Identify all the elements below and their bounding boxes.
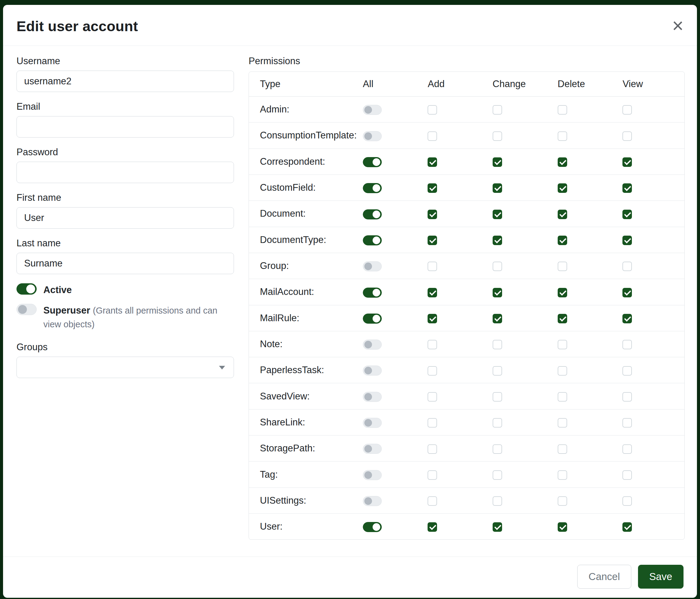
permission-delete-checkbox[interactable] xyxy=(558,340,567,349)
password-input[interactable] xyxy=(17,162,234,183)
username-label: Username xyxy=(17,56,234,67)
permission-delete-checkbox[interactable] xyxy=(558,131,567,141)
permission-all-toggle[interactable] xyxy=(363,131,382,141)
permission-view-checkbox[interactable] xyxy=(622,314,632,324)
permission-change-checkbox[interactable] xyxy=(493,522,502,532)
permission-add-checkbox[interactable] xyxy=(428,210,437,219)
permission-delete-checkbox[interactable] xyxy=(558,105,567,115)
permission-delete-checkbox[interactable] xyxy=(558,314,567,324)
permission-delete-checkbox[interactable] xyxy=(558,366,567,376)
permission-view-checkbox[interactable] xyxy=(622,522,632,532)
permission-all-toggle[interactable] xyxy=(363,157,382,167)
permission-change-checkbox[interactable] xyxy=(493,314,502,324)
permission-delete-checkbox[interactable] xyxy=(558,158,567,167)
permission-all-toggle[interactable] xyxy=(363,392,382,402)
permission-change-checkbox[interactable] xyxy=(493,366,502,376)
permission-change-checkbox[interactable] xyxy=(493,288,502,297)
cancel-button[interactable]: Cancel xyxy=(577,565,631,589)
permission-change-checkbox[interactable] xyxy=(493,262,502,271)
permission-delete-checkbox[interactable] xyxy=(558,496,567,506)
permission-add-checkbox[interactable] xyxy=(428,366,437,376)
permission-delete-checkbox[interactable] xyxy=(558,183,567,193)
permission-all-toggle[interactable] xyxy=(363,235,382,245)
permission-add-checkbox[interactable] xyxy=(428,392,437,402)
permission-all-toggle[interactable] xyxy=(363,496,382,506)
permission-change-checkbox[interactable] xyxy=(493,183,502,193)
permission-change-checkbox[interactable] xyxy=(493,392,502,402)
superuser-row: Superuser (Grants all permissions and ca… xyxy=(17,304,234,331)
permission-view-checkbox[interactable] xyxy=(622,158,632,167)
permission-add-checkbox[interactable] xyxy=(428,496,437,506)
last-name-input[interactable] xyxy=(17,253,234,274)
permission-view-checkbox[interactable] xyxy=(622,445,632,454)
permission-change-checkbox[interactable] xyxy=(493,470,502,480)
permission-all-toggle[interactable] xyxy=(363,261,382,271)
email-input[interactable] xyxy=(17,116,234,138)
permission-row: SavedView: xyxy=(249,383,684,409)
permission-all-toggle[interactable] xyxy=(363,209,382,219)
permission-all-toggle[interactable] xyxy=(363,183,382,193)
permission-all-toggle[interactable] xyxy=(363,418,382,428)
permission-view-checkbox[interactable] xyxy=(622,288,632,297)
permission-view-checkbox[interactable] xyxy=(622,366,632,376)
permission-view-checkbox[interactable] xyxy=(622,105,632,115)
permission-view-checkbox[interactable] xyxy=(622,392,632,402)
permission-delete-checkbox[interactable] xyxy=(558,210,567,219)
permission-add-checkbox[interactable] xyxy=(428,105,437,115)
permission-change-checkbox[interactable] xyxy=(493,105,502,115)
permission-view-checkbox[interactable] xyxy=(622,340,632,349)
permission-view-checkbox[interactable] xyxy=(622,262,632,271)
permission-all-toggle[interactable] xyxy=(363,365,382,376)
permission-view-checkbox[interactable] xyxy=(622,210,632,219)
superuser-toggle[interactable] xyxy=(17,304,36,315)
permission-view-checkbox[interactable] xyxy=(622,131,632,141)
permission-add-checkbox[interactable] xyxy=(428,445,437,454)
permission-all-toggle[interactable] xyxy=(363,339,382,350)
permission-change-checkbox[interactable] xyxy=(493,236,502,245)
permission-add-checkbox[interactable] xyxy=(428,131,437,141)
permission-add-checkbox[interactable] xyxy=(428,314,437,324)
permission-change-checkbox[interactable] xyxy=(493,131,502,141)
permission-change-checkbox[interactable] xyxy=(493,158,502,167)
username-input[interactable] xyxy=(17,71,234,92)
permission-change-checkbox[interactable] xyxy=(493,496,502,506)
permission-add-checkbox[interactable] xyxy=(428,470,437,480)
permission-add-checkbox[interactable] xyxy=(428,288,437,297)
permission-view-checkbox[interactable] xyxy=(622,183,632,193)
permission-add-checkbox[interactable] xyxy=(428,340,437,349)
permission-delete-checkbox[interactable] xyxy=(558,262,567,271)
permission-all-toggle[interactable] xyxy=(363,444,382,454)
permission-change-checkbox[interactable] xyxy=(493,418,502,428)
permission-delete-checkbox[interactable] xyxy=(558,392,567,402)
permission-all-toggle[interactable] xyxy=(363,105,382,115)
permission-add-checkbox[interactable] xyxy=(428,262,437,271)
permission-delete-checkbox[interactable] xyxy=(558,470,567,480)
permission-change-checkbox[interactable] xyxy=(493,340,502,349)
permission-all-toggle[interactable] xyxy=(363,314,382,324)
permission-view-checkbox[interactable] xyxy=(622,496,632,506)
permission-delete-checkbox[interactable] xyxy=(558,418,567,428)
permission-delete-checkbox[interactable] xyxy=(558,288,567,297)
groups-field: Groups xyxy=(17,342,234,378)
groups-select[interactable] xyxy=(17,357,234,378)
permission-add-checkbox[interactable] xyxy=(428,158,437,167)
save-button[interactable]: Save xyxy=(638,565,683,589)
permission-view-checkbox[interactable] xyxy=(622,236,632,245)
permission-view-checkbox[interactable] xyxy=(622,470,632,480)
permission-view-checkbox[interactable] xyxy=(622,418,632,428)
permission-add-checkbox[interactable] xyxy=(428,522,437,532)
permission-all-toggle[interactable] xyxy=(363,288,382,298)
permission-all-toggle[interactable] xyxy=(363,522,382,532)
permission-add-checkbox[interactable] xyxy=(428,183,437,193)
permission-all-toggle[interactable] xyxy=(363,470,382,480)
active-toggle[interactable] xyxy=(17,283,36,295)
permission-delete-checkbox[interactable] xyxy=(558,236,567,245)
permission-delete-checkbox[interactable] xyxy=(558,445,567,454)
permission-change-checkbox[interactable] xyxy=(493,445,502,454)
permission-add-checkbox[interactable] xyxy=(428,236,437,245)
close-button[interactable]: × xyxy=(670,14,686,38)
permission-add-checkbox[interactable] xyxy=(428,418,437,428)
permission-change-checkbox[interactable] xyxy=(493,210,502,219)
first-name-input[interactable] xyxy=(17,207,234,229)
permission-delete-checkbox[interactable] xyxy=(558,522,567,532)
